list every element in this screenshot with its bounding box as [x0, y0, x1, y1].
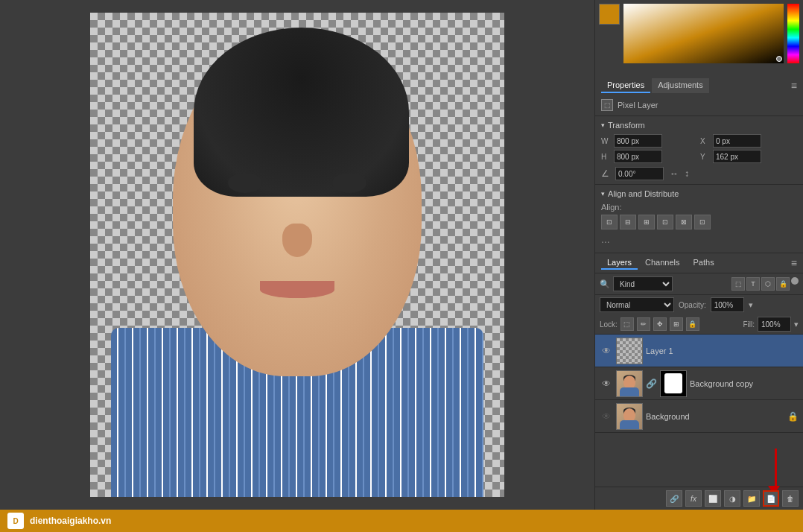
more-options[interactable]: ···: [595, 234, 803, 249]
w-input[interactable]: [614, 134, 662, 148]
align-bottom-btn[interactable]: ⊡: [694, 215, 711, 229]
group-btn[interactable]: 📁: [743, 490, 760, 507]
align-right-btn[interactable]: ⊞: [638, 215, 655, 229]
layer-item-1[interactable]: 👁 Layer 1: [595, 335, 803, 367]
lock-artboard-btn[interactable]: ⊞: [670, 317, 683, 331]
h-label: H: [601, 153, 612, 161]
layers-menu-icon[interactable]: ≡: [791, 257, 797, 269]
gradient-picker[interactable]: [623, 4, 784, 63]
adjustment-btn[interactable]: ◑: [724, 490, 740, 507]
transform-label: Transform: [608, 121, 645, 130]
lock-move-btn[interactable]: ✥: [653, 317, 667, 331]
lock-paint-btn[interactable]: ✏: [637, 317, 650, 331]
transform-chevron: ▾: [601, 121, 605, 129]
pixel-layer-label: Pixel Layer: [618, 101, 658, 110]
chain-icon: 🔗: [646, 379, 657, 389]
status-bar: D dienthoaigiakho.vn: [0, 510, 803, 532]
properties-section: Properties Adjustments ≡ ⬚ Pixel Layer ▾…: [595, 75, 803, 253]
canvas-container: [90, 13, 504, 497]
eye-left: [228, 173, 263, 193]
thumb-mask-content: [661, 371, 686, 396]
lock-row: Lock: ⬚ ✏ ✥ ⊞ 🔒 Fill: ▾: [595, 314, 803, 335]
layer-item-bg-copy[interactable]: 👁 🔗 Background copy: [595, 367, 803, 400]
link-layers-btn[interactable]: 🔗: [666, 490, 682, 507]
align-center-h-btn[interactable]: ⊟: [620, 215, 636, 229]
flip-icon: ↔: [670, 168, 679, 179]
fill-input[interactable]: [758, 317, 791, 332]
fill-arrow: ▾: [794, 320, 799, 329]
angle-input[interactable]: [615, 167, 664, 180]
h-input[interactable]: [614, 150, 662, 163]
blend-mode-select[interactable]: Normal: [600, 297, 674, 312]
opacity-arrow: ▾: [749, 300, 753, 310]
properties-menu-icon[interactable]: ≡: [791, 80, 797, 92]
color-swatch[interactable]: [599, 4, 620, 25]
brand-name: dienthoaigiakho.vn: [30, 516, 111, 526]
eye-right: [332, 173, 367, 193]
fill-label: Fill:: [743, 320, 755, 329]
layer-1-name: Layer 1: [646, 346, 799, 355]
bg-thumb-body: [620, 420, 639, 429]
kind-filter-dot: [791, 277, 799, 285]
opacity-input[interactable]: [711, 297, 744, 312]
align-left-btn[interactable]: ⊡: [601, 215, 618, 229]
mouth: [260, 281, 334, 298]
photo-layer: [90, 13, 504, 497]
face-details: [173, 37, 422, 376]
spectrum-bar[interactable]: [787, 4, 799, 63]
lock-all-btn[interactable]: 🔒: [686, 317, 699, 331]
blend-row: Normal Opacity: ▾: [595, 295, 803, 314]
brand-logo: D: [7, 513, 24, 529]
kind-select[interactable]: Kind: [613, 276, 673, 291]
align-header: ▾ Align and Distribute: [595, 187, 803, 200]
transform-bottom-row: ∠ ↔ ↕: [595, 165, 803, 182]
layers-list: 👁 Layer 1 👁: [595, 335, 803, 487]
transform-w-row: W: [601, 134, 698, 148]
lock-transparent-btn[interactable]: ⬚: [620, 317, 634, 331]
bg-copy-visibility[interactable]: 👁: [600, 377, 613, 390]
tab-paths[interactable]: Paths: [688, 256, 720, 270]
tab-channels[interactable]: Channels: [639, 256, 685, 270]
y-input[interactable]: [713, 150, 761, 163]
kind-pixel-btn[interactable]: ⬚: [731, 277, 745, 291]
layers-tabs-left: Layers Channels Paths: [601, 256, 720, 270]
fx-btn[interactable]: fx: [685, 490, 702, 507]
tab-adjustments[interactable]: Adjustments: [652, 78, 709, 93]
kind-shape-btn[interactable]: 🔒: [776, 277, 790, 291]
w-label: W: [601, 137, 612, 145]
transform-y-row: Y: [700, 150, 797, 163]
background-thumb-image: [617, 404, 642, 429]
layer-item-background[interactable]: 👁 Background 🔒: [595, 400, 803, 433]
background-lock-icon: 🔒: [787, 411, 799, 422]
properties-tabs: Properties Adjustments ≡: [595, 78, 803, 93]
brand-logo-letter: D: [13, 517, 18, 525]
tab-layers[interactable]: Layers: [601, 256, 638, 270]
color-picker-area: [595, 0, 803, 75]
gradient-handle[interactable]: [776, 56, 782, 62]
transform-header: ▾ Transform: [595, 118, 803, 132]
nose: [282, 224, 312, 258]
layers-panel: Layers Channels Paths ≡ 🔍 Kind ⬚ T ⬡ 🔒: [595, 253, 803, 510]
transform-grid: W X H Y: [595, 132, 803, 165]
delete-layer-btn[interactable]: 🗑: [782, 490, 799, 507]
layer-1-visibility[interactable]: 👁: [600, 344, 613, 358]
align-center-v-btn[interactable]: ⊠: [676, 215, 692, 229]
kind-adjustment-btn[interactable]: T: [746, 277, 760, 291]
search-icon: 🔍: [600, 279, 610, 289]
flip-v-icon: ↕: [685, 168, 689, 179]
layers-tabs: Layers Channels Paths ≡: [595, 253, 803, 273]
red-arrow-line: [775, 449, 777, 486]
align-top-btn[interactable]: ⊡: [657, 215, 673, 229]
mask-btn[interactable]: ⬜: [705, 490, 721, 507]
new-layer-btn[interactable]: 📄: [763, 490, 779, 507]
align-sub-label: Align:: [601, 203, 797, 212]
align-section: Align: ⊡ ⊟ ⊞ ⊡ ⊠ ⊡: [595, 200, 803, 234]
x-input[interactable]: [713, 134, 761, 148]
tab-properties[interactable]: Properties: [601, 78, 650, 93]
opacity-label: Opacity:: [679, 301, 706, 309]
background-visibility[interactable]: 👁: [600, 410, 613, 423]
layers-bottom-toolbar: 🔗 fx ⬜ ◑ 📁 📄 🗑: [595, 487, 803, 510]
thumb-body: [620, 387, 639, 396]
layer-1-thumb: [616, 338, 643, 364]
kind-type-btn[interactable]: ⬡: [761, 277, 775, 291]
